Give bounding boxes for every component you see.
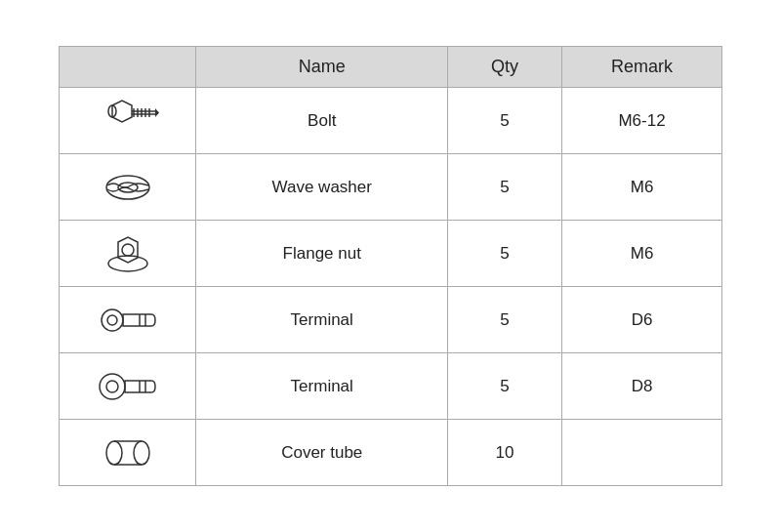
- bolt-qty: 5: [448, 88, 562, 154]
- cover-tube-name: Cover tube: [196, 420, 448, 486]
- terminal-d6-qty: 5: [448, 287, 562, 353]
- wave-washer-icon-cell: [60, 154, 196, 221]
- svg-point-12: [108, 256, 147, 271]
- cover-tube-icon: [95, 428, 161, 478]
- table-row: Flange nut 5 M6: [60, 221, 722, 287]
- col-name: Name: [196, 47, 448, 88]
- col-icon: [60, 47, 196, 88]
- table-row: Terminal 5 D8: [60, 353, 722, 420]
- terminal-d6-name: Terminal: [196, 287, 448, 353]
- col-qty: Qty: [448, 47, 562, 88]
- cover-tube-remark: [562, 420, 722, 486]
- svg-point-24: [134, 441, 149, 465]
- terminal-d8-qty: 5: [448, 353, 562, 420]
- svg-point-23: [106, 441, 122, 465]
- table-row: Cover tube 10: [60, 420, 722, 486]
- terminal-d6-remark: D6: [562, 287, 722, 353]
- bolt-name: Bolt: [196, 88, 448, 154]
- terminal-d8-icon-cell: [60, 353, 196, 420]
- table-row: Wave washer 5 M6: [60, 154, 722, 221]
- svg-point-19: [100, 374, 125, 399]
- bolt-icon-cell: [60, 88, 196, 154]
- table-row: Bolt 5 M6-12: [60, 88, 722, 154]
- wave-washer-name: Wave washer: [196, 154, 448, 221]
- svg-marker-8: [155, 108, 159, 117]
- svg-marker-13: [118, 237, 138, 263]
- col-remark: Remark: [562, 47, 722, 88]
- svg-point-20: [106, 381, 118, 392]
- svg-point-16: [107, 315, 117, 325]
- bolt-remark: M6-12: [562, 88, 722, 154]
- svg-point-14: [122, 244, 134, 256]
- terminal-d8-icon: [95, 361, 161, 412]
- wave-washer-remark: M6: [562, 154, 722, 221]
- svg-point-15: [102, 309, 123, 331]
- terminal-d6-icon: [95, 295, 161, 346]
- terminal-d6-icon-cell: [60, 287, 196, 353]
- cover-tube-qty: 10: [448, 420, 562, 486]
- flange-nut-icon-cell: [60, 221, 196, 287]
- parts-table: Name Qty Remark: [59, 46, 722, 486]
- svg-marker-0: [112, 101, 132, 122]
- terminal-d8-name: Terminal: [196, 353, 448, 420]
- table-row: Terminal 5 D6: [60, 287, 722, 353]
- parts-table-wrapper: Name Qty Remark: [59, 46, 722, 486]
- cover-tube-icon-cell: [60, 420, 196, 486]
- flange-nut-icon: [95, 228, 161, 279]
- flange-nut-remark: M6: [562, 221, 722, 287]
- flange-nut-qty: 5: [448, 221, 562, 287]
- bolt-icon: [95, 96, 161, 146]
- flange-nut-name: Flange nut: [196, 221, 448, 287]
- terminal-d8-remark: D8: [562, 353, 722, 420]
- wave-washer-icon: [95, 162, 161, 213]
- table-header-row: Name Qty Remark: [60, 47, 722, 88]
- wave-washer-qty: 5: [448, 154, 562, 221]
